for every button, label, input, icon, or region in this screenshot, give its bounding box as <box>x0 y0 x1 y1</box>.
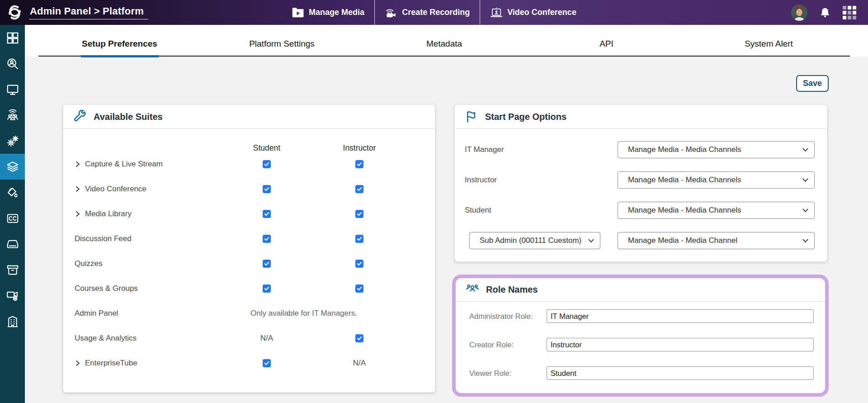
instructor-checkbox[interactable] <box>355 284 363 293</box>
student-checkbox[interactable] <box>263 260 271 268</box>
student-checkbox[interactable] <box>263 185 271 193</box>
suite-row-left: Usage & Analytics <box>75 326 137 351</box>
tab-label: Platform Settings <box>249 39 315 49</box>
instructor-start-page-select[interactable]: Manage Media - Media Channels <box>618 171 815 189</box>
student-na-text: N/A <box>260 334 273 343</box>
notification-bell-icon[interactable] <box>819 7 831 19</box>
sidebar-item-storage-drive[interactable] <box>0 231 25 257</box>
flag-icon <box>465 110 478 123</box>
start-page-row-it-manager: IT ManagerManage Media - Media Channels <box>455 141 827 158</box>
audience-broadcast-icon <box>6 109 19 122</box>
student-checkbox[interactable] <box>263 210 271 218</box>
tab-metadata[interactable]: Metadata <box>363 31 525 57</box>
wrench-icon <box>73 110 87 123</box>
create-recording-button[interactable]: Create Recording <box>374 0 480 25</box>
captions-cc-icon <box>6 212 19 225</box>
institution-building-icon <box>6 315 19 328</box>
selected-option-label: Manage Media - Media Channels <box>618 206 741 215</box>
role-names-body: Administrator Role:Creator Role:Viewer R… <box>456 309 825 380</box>
tab-label: Metadata <box>426 39 462 49</box>
tab-setup-preferences[interactable]: Setup Preferences <box>38 31 201 57</box>
start-page-row-instructor: InstructorManage Media - Media Channels <box>455 171 827 189</box>
manage-media-button[interactable]: Manage Media <box>282 0 374 25</box>
selected-option-label: Manage Media - Media Channels <box>618 145 741 154</box>
suite-label: Capture & Live Stream <box>85 160 163 169</box>
user-search-icon <box>6 57 19 71</box>
available-suites-body: Student Instructor Capture & Live Stream… <box>63 129 435 375</box>
suite-row-discussion-feed: Discussion Feed <box>63 226 435 251</box>
chevron-right-icon[interactable] <box>75 186 81 192</box>
suite-label: EnterpriseTube <box>85 359 137 368</box>
card-title: Available Suites <box>94 112 163 122</box>
role-label: Administrator Role: <box>469 312 533 321</box>
sidebar-item-layers[interactable] <box>0 154 25 180</box>
suite-label: Courses & Groups <box>75 284 138 293</box>
chevron-right-icon[interactable] <box>75 211 81 217</box>
sidebar-item-captions-cc[interactable] <box>0 205 25 231</box>
instructor-checkbox[interactable] <box>355 260 363 268</box>
role-names-card: Role Names Administrator Role:Creator Ro… <box>452 275 829 397</box>
tab-label: Setup Preferences <box>82 39 157 49</box>
selected-option-label: Sub Admin (000111 Cuestom) <box>470 236 581 245</box>
student-checkbox[interactable] <box>263 235 271 243</box>
brand-swirl-icon[interactable] <box>6 4 23 21</box>
monitor-icon <box>6 83 19 96</box>
chevron-down-icon <box>802 209 808 213</box>
instructor-checkbox[interactable] <box>355 210 363 218</box>
instructor-checkbox[interactable] <box>355 334 363 342</box>
video-conference-button[interactable]: Video Conference <box>480 0 586 25</box>
selected-option-label: Manage Media - Media Channel <box>618 236 737 245</box>
chevron-right-icon[interactable] <box>75 360 81 366</box>
sidebar-item-dashboard[interactable] <box>0 25 25 51</box>
student-start-page-select[interactable]: Manage Media - Media Channels <box>618 202 815 219</box>
instructor-checkbox[interactable] <box>355 235 363 243</box>
sidebar-item-video-recorder[interactable] <box>0 283 25 308</box>
tab-api[interactable]: API <box>525 31 688 57</box>
student-checkbox[interactable] <box>263 284 271 293</box>
sub-admin-start-page-select[interactable]: Manage Media - Media Channel <box>618 232 815 249</box>
suite-row-video-conference: Video Conference <box>63 176 435 201</box>
sidebar-item-branding-paint[interactable] <box>0 180 25 205</box>
main-content: Save Available Suites Student Instructor… <box>25 57 868 403</box>
suite-label: Discussion Feed <box>75 234 132 243</box>
administrator-role-input[interactable] <box>547 309 814 323</box>
creator-role-input[interactable] <box>547 338 814 351</box>
start-page-row-student: StudentManage Media - Media Channels <box>455 202 827 219</box>
sidebar-item-institution-building[interactable] <box>0 308 25 334</box>
student-checkbox[interactable] <box>263 160 271 168</box>
column-headers: Student Instructor <box>63 143 435 152</box>
topbar-right <box>791 5 856 21</box>
instructor-checkbox[interactable] <box>355 160 363 168</box>
save-button[interactable]: Save <box>796 75 829 92</box>
suite-row-usage-analytics: Usage & AnalyticsN/A <box>63 326 435 351</box>
student-checkbox[interactable] <box>263 359 271 367</box>
sidebar-item-monitor[interactable] <box>0 76 25 102</box>
start-page-role-label: Student <box>465 206 491 215</box>
user-avatar[interactable] <box>791 5 807 21</box>
sidebar-item-archive-box[interactable] <box>0 257 25 283</box>
role-label: Viewer Role: <box>469 369 511 378</box>
sidebar-item-gears[interactable] <box>0 128 25 154</box>
viewer-role-input[interactable] <box>547 366 814 380</box>
tab-system-alert[interactable]: System Alert <box>688 31 850 57</box>
tab-platform-settings[interactable]: Platform Settings <box>201 31 363 57</box>
suite-row-left: EnterpriseTube <box>75 351 137 375</box>
instructor-checkbox[interactable] <box>355 185 363 193</box>
card-title: Role Names <box>486 284 538 295</box>
it-manager-start-page-select[interactable]: Manage Media - Media Channels <box>618 141 815 158</box>
archive-box-icon <box>6 263 19 277</box>
app-grid-icon[interactable] <box>843 6 856 19</box>
page-title: Admin Panel > Platform <box>29 5 148 19</box>
layers-icon <box>6 160 19 174</box>
start-page-role-label: IT Manager <box>465 145 504 154</box>
media-folder-icon <box>292 7 304 19</box>
chevron-down-icon <box>588 239 594 243</box>
chevron-right-icon[interactable] <box>75 161 81 167</box>
video-recorder-icon <box>6 289 19 303</box>
role-label: Creator Role: <box>469 341 514 349</box>
sub-admin-role-select[interactable]: Sub Admin (000111 Cuestom) <box>469 232 600 249</box>
sidebar-item-audience-broadcast[interactable] <box>0 102 25 128</box>
breadcrumb: Admin Panel > Platform <box>6 4 148 21</box>
start-page-options-body: IT ManagerManage Media - Media ChannelsI… <box>455 141 827 249</box>
sidebar-item-user-search[interactable] <box>0 51 25 76</box>
